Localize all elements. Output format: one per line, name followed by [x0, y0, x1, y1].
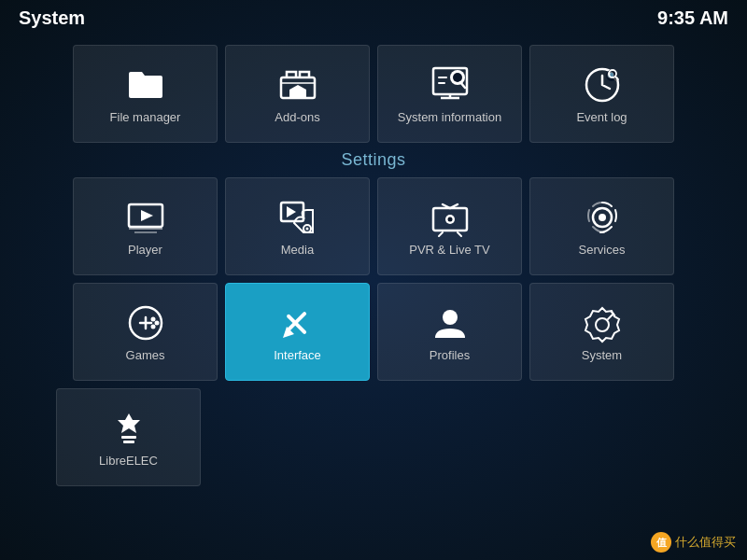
tile-label-media: Media: [281, 243, 314, 257]
watermark: 值 什么值得买: [651, 532, 736, 553]
tile-system[interactable]: System: [529, 283, 674, 381]
tile-media[interactable]: Media: [225, 177, 370, 275]
svg-point-37: [154, 320, 159, 325]
player-icon: [125, 197, 166, 238]
addons-icon: [277, 64, 318, 105]
svg-point-43: [596, 318, 609, 331]
svg-marker-21: [287, 206, 296, 217]
main-content: File manager Add-ons: [0, 37, 747, 560]
row-settings-3: LibreELEC: [56, 388, 691, 486]
tile-label-add-ons: Add-ons: [275, 110, 319, 124]
tile-label-interface: Interface: [274, 348, 321, 362]
libreelec-icon: [108, 408, 149, 449]
settings-heading: Settings: [56, 150, 691, 170]
svg-line-7: [460, 82, 465, 88]
tile-label-services: Services: [579, 243, 626, 257]
svg-line-44: [608, 314, 613, 319]
tile-libreelec[interactable]: LibreELEC: [56, 388, 201, 486]
svg-marker-17: [141, 210, 153, 221]
profiles-icon: [430, 302, 471, 343]
svg-point-38: [150, 324, 155, 329]
tile-games[interactable]: Games: [73, 283, 218, 381]
services-icon: [582, 197, 623, 238]
system-icon: [582, 302, 623, 343]
tile-label-pvr-live-tv: PVR & Live TV: [409, 243, 489, 257]
tile-label-system-information: System information: [398, 110, 501, 124]
row-utilities: File manager Add-ons: [56, 45, 691, 143]
svg-point-6: [453, 73, 462, 82]
tile-file-manager[interactable]: File manager: [73, 45, 218, 143]
tile-label-system: System: [582, 348, 622, 362]
tile-event-log[interactable]: 🔍 Event log: [529, 45, 674, 143]
svg-line-28: [458, 232, 461, 236]
svg-point-42: [443, 310, 458, 325]
folder-icon: [125, 64, 166, 105]
tile-add-ons[interactable]: Add-ons: [225, 45, 370, 143]
svg-point-32: [599, 214, 606, 221]
eventlog-icon: 🔍: [582, 64, 623, 105]
tile-label-profiles: Profiles: [430, 348, 470, 362]
games-icon: [125, 302, 166, 343]
row-settings-2: Games Interface Profiles S: [56, 283, 691, 381]
sysinfo-icon: [430, 64, 471, 105]
tile-player[interactable]: Player: [73, 177, 218, 275]
svg-point-23: [305, 227, 308, 230]
pvr-icon: [430, 197, 471, 238]
svg-point-30: [447, 217, 452, 221]
media-icon: [277, 197, 318, 238]
clock: 9:35 AM: [657, 7, 728, 29]
tile-pvr-live-tv[interactable]: PVR & Live TV: [377, 177, 522, 275]
tile-label-games: Games: [126, 348, 165, 362]
tile-services[interactable]: Services: [529, 177, 674, 275]
tile-label-player: Player: [128, 243, 162, 257]
row-settings-1: Player Media PVR & Live TV: [56, 177, 691, 275]
svg-line-27: [439, 232, 443, 236]
tile-label-event-log: Event log: [576, 110, 627, 124]
watermark-badge: 值: [651, 532, 671, 553]
svg-point-36: [150, 316, 155, 321]
tile-system-information[interactable]: System information: [377, 45, 522, 143]
page-title: System: [19, 7, 85, 29]
tile-label-file-manager: File manager: [110, 110, 181, 124]
tile-label-libreelec: LibreELEC: [99, 454, 158, 468]
svg-rect-46: [121, 436, 136, 439]
interface-icon: [277, 302, 318, 343]
svg-rect-47: [123, 441, 134, 443]
watermark-text: 什么值得买: [675, 534, 736, 551]
top-bar: System 9:35 AM: [0, 0, 747, 36]
tile-interface[interactable]: Interface: [225, 283, 370, 381]
tile-profiles[interactable]: Profiles: [377, 283, 522, 381]
